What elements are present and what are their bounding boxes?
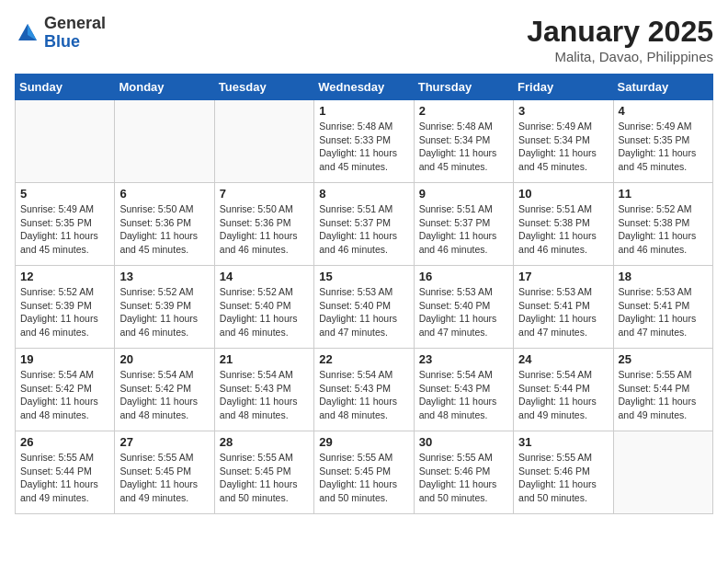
day-number: 4	[619, 104, 708, 118]
day-info: Sunrise: 5:55 AM Sunset: 5:45 PM Dayligh…	[119, 451, 209, 505]
day-info: Sunrise: 5:55 AM Sunset: 5:46 PM Dayligh…	[518, 451, 608, 505]
day-number: 26	[20, 435, 109, 449]
calendar-cell: 28Sunrise: 5:55 AM Sunset: 5:45 PM Dayli…	[214, 431, 313, 514]
day-info: Sunrise: 5:55 AM Sunset: 5:46 PM Dayligh…	[419, 451, 508, 505]
calendar-cell: 13Sunrise: 5:52 AM Sunset: 5:39 PM Dayli…	[115, 266, 214, 349]
calendar-cell: 3Sunrise: 5:49 AM Sunset: 5:34 PM Daylig…	[514, 100, 613, 183]
day-info: Sunrise: 5:55 AM Sunset: 5:45 PM Dayligh…	[319, 451, 408, 505]
calendar-cell: 22Sunrise: 5:54 AM Sunset: 5:43 PM Dayli…	[314, 349, 414, 431]
day-info: Sunrise: 5:54 AM Sunset: 5:42 PM Dayligh…	[20, 368, 109, 422]
calendar-week-4: 19Sunrise: 5:54 AM Sunset: 5:42 PM Dayli…	[16, 349, 713, 431]
day-number: 7	[220, 187, 309, 201]
calendar-cell	[214, 100, 313, 183]
calendar-cell: 15Sunrise: 5:53 AM Sunset: 5:40 PM Dayli…	[314, 266, 414, 349]
calendar-cell	[115, 100, 214, 183]
calendar-cell: 6Sunrise: 5:50 AM Sunset: 5:36 PM Daylig…	[115, 183, 214, 266]
day-info: Sunrise: 5:52 AM Sunset: 5:39 PM Dayligh…	[119, 285, 209, 339]
day-number: 12	[20, 270, 109, 283]
calendar-cell: 17Sunrise: 5:53 AM Sunset: 5:41 PM Dayli…	[514, 266, 613, 349]
day-info: Sunrise: 5:52 AM Sunset: 5:38 PM Dayligh…	[619, 202, 708, 257]
day-info: Sunrise: 5:51 AM Sunset: 5:37 PM Dayligh…	[319, 202, 408, 257]
calendar-cell: 26Sunrise: 5:55 AM Sunset: 5:44 PM Dayli…	[16, 431, 115, 514]
calendar-cell: 16Sunrise: 5:53 AM Sunset: 5:40 PM Dayli…	[414, 266, 513, 349]
day-info: Sunrise: 5:55 AM Sunset: 5:44 PM Dayligh…	[619, 368, 708, 422]
calendar-cell: 14Sunrise: 5:52 AM Sunset: 5:40 PM Dayli…	[214, 266, 313, 349]
calendar-cell: 25Sunrise: 5:55 AM Sunset: 5:44 PM Dayli…	[613, 349, 712, 431]
calendar-table: SundayMondayTuesdayWednesdayThursdayFrid…	[15, 74, 713, 514]
day-number: 11	[619, 187, 708, 201]
day-number: 29	[319, 435, 408, 449]
day-info: Sunrise: 5:52 AM Sunset: 5:40 PM Dayligh…	[220, 285, 309, 339]
day-info: Sunrise: 5:51 AM Sunset: 5:38 PM Dayligh…	[518, 202, 608, 257]
day-number: 17	[518, 270, 608, 283]
day-number: 13	[119, 270, 209, 283]
day-number: 20	[119, 352, 209, 366]
calendar-week-3: 12Sunrise: 5:52 AM Sunset: 5:39 PM Dayli…	[16, 266, 713, 349]
weekday-header-sunday: Sunday	[16, 75, 115, 100]
logo: General Blue	[15, 15, 106, 52]
day-number: 18	[619, 270, 708, 283]
calendar-body: 1Sunrise: 5:48 AM Sunset: 5:33 PM Daylig…	[16, 100, 713, 514]
day-number: 5	[20, 187, 109, 201]
day-info: Sunrise: 5:49 AM Sunset: 5:35 PM Dayligh…	[619, 120, 708, 174]
calendar-cell	[16, 100, 115, 183]
weekday-header-monday: Monday	[115, 75, 214, 100]
day-number: 22	[319, 352, 408, 366]
day-info: Sunrise: 5:52 AM Sunset: 5:39 PM Dayligh…	[20, 285, 109, 339]
day-number: 19	[20, 352, 109, 366]
day-number: 9	[419, 187, 508, 201]
calendar-week-2: 5Sunrise: 5:49 AM Sunset: 5:35 PM Daylig…	[16, 183, 713, 266]
day-number: 8	[319, 187, 408, 201]
calendar-cell: 12Sunrise: 5:52 AM Sunset: 5:39 PM Dayli…	[16, 266, 115, 349]
calendar-week-5: 26Sunrise: 5:55 AM Sunset: 5:44 PM Dayli…	[16, 431, 713, 514]
weekday-header-friday: Friday	[514, 75, 613, 100]
day-info: Sunrise: 5:50 AM Sunset: 5:36 PM Dayligh…	[119, 202, 209, 257]
day-info: Sunrise: 5:51 AM Sunset: 5:37 PM Dayligh…	[419, 202, 508, 257]
title-block: January 2025 Malita, Davao, Philippines	[527, 15, 713, 64]
day-number: 27	[119, 435, 209, 449]
calendar-cell: 7Sunrise: 5:50 AM Sunset: 5:36 PM Daylig…	[214, 183, 313, 266]
logo-blue: Blue	[44, 33, 106, 52]
calendar-cell: 8Sunrise: 5:51 AM Sunset: 5:37 PM Daylig…	[314, 183, 414, 266]
day-info: Sunrise: 5:53 AM Sunset: 5:40 PM Dayligh…	[419, 285, 508, 339]
calendar-cell: 10Sunrise: 5:51 AM Sunset: 5:38 PM Dayli…	[514, 183, 613, 266]
calendar-cell: 21Sunrise: 5:54 AM Sunset: 5:43 PM Dayli…	[214, 349, 313, 431]
calendar-cell: 2Sunrise: 5:48 AM Sunset: 5:34 PM Daylig…	[414, 100, 513, 183]
day-info: Sunrise: 5:54 AM Sunset: 5:43 PM Dayligh…	[220, 368, 309, 422]
day-number: 2	[419, 104, 508, 118]
calendar-cell: 31Sunrise: 5:55 AM Sunset: 5:46 PM Dayli…	[514, 431, 613, 514]
day-info: Sunrise: 5:55 AM Sunset: 5:44 PM Dayligh…	[20, 451, 109, 505]
calendar-week-1: 1Sunrise: 5:48 AM Sunset: 5:33 PM Daylig…	[16, 100, 713, 183]
day-number: 16	[419, 270, 508, 283]
day-info: Sunrise: 5:55 AM Sunset: 5:45 PM Dayligh…	[220, 451, 309, 505]
day-number: 15	[319, 270, 408, 283]
calendar-header-row: SundayMondayTuesdayWednesdayThursdayFrid…	[16, 75, 713, 100]
day-number: 23	[419, 352, 508, 366]
calendar-cell: 27Sunrise: 5:55 AM Sunset: 5:45 PM Dayli…	[115, 431, 214, 514]
calendar-cell: 19Sunrise: 5:54 AM Sunset: 5:42 PM Dayli…	[16, 349, 115, 431]
day-info: Sunrise: 5:53 AM Sunset: 5:41 PM Dayligh…	[518, 285, 608, 339]
day-info: Sunrise: 5:53 AM Sunset: 5:40 PM Dayligh…	[319, 285, 408, 339]
day-number: 30	[419, 435, 508, 449]
calendar-cell: 11Sunrise: 5:52 AM Sunset: 5:38 PM Dayli…	[613, 183, 712, 266]
weekday-header-wednesday: Wednesday	[314, 75, 414, 100]
calendar-cell: 5Sunrise: 5:49 AM Sunset: 5:35 PM Daylig…	[16, 183, 115, 266]
day-number: 10	[518, 187, 608, 201]
day-number: 3	[518, 104, 608, 118]
calendar-cell	[613, 431, 712, 514]
calendar-cell: 1Sunrise: 5:48 AM Sunset: 5:33 PM Daylig…	[314, 100, 414, 183]
day-info: Sunrise: 5:54 AM Sunset: 5:42 PM Dayligh…	[119, 368, 209, 422]
day-number: 24	[518, 352, 608, 366]
calendar-cell: 30Sunrise: 5:55 AM Sunset: 5:46 PM Dayli…	[414, 431, 513, 514]
main-title: January 2025	[527, 15, 713, 49]
calendar-cell: 18Sunrise: 5:53 AM Sunset: 5:41 PM Dayli…	[613, 266, 712, 349]
calendar-cell: 4Sunrise: 5:49 AM Sunset: 5:35 PM Daylig…	[613, 100, 712, 183]
day-info: Sunrise: 5:48 AM Sunset: 5:34 PM Dayligh…	[419, 120, 508, 174]
weekday-header-thursday: Thursday	[414, 75, 513, 100]
day-info: Sunrise: 5:49 AM Sunset: 5:34 PM Dayligh…	[518, 120, 608, 174]
calendar-cell: 20Sunrise: 5:54 AM Sunset: 5:42 PM Dayli…	[115, 349, 214, 431]
logo-icon	[15, 20, 40, 46]
calendar-cell: 29Sunrise: 5:55 AM Sunset: 5:45 PM Dayli…	[314, 431, 414, 514]
logo-text: General Blue	[44, 15, 106, 52]
subtitle: Malita, Davao, Philippines	[527, 49, 713, 64]
